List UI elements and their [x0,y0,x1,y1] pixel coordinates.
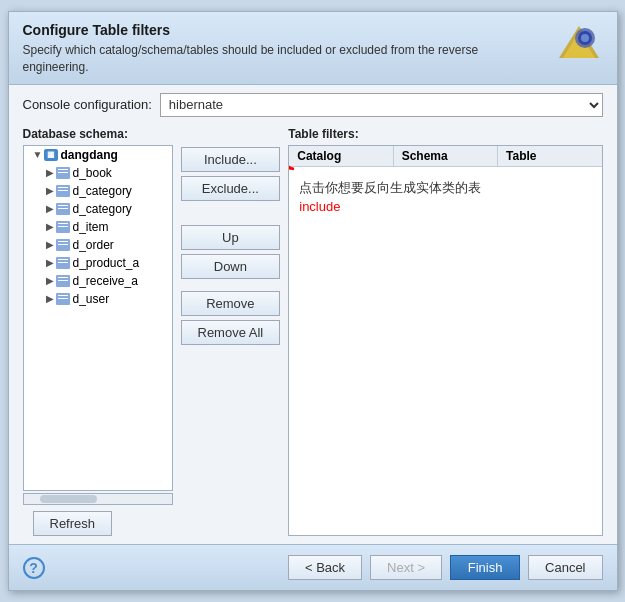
tree-item[interactable]: ▶ d_book [24,164,172,182]
up-button[interactable]: Up [181,225,281,250]
tree-scrollbar[interactable] [23,493,173,505]
remove-button[interactable]: Remove [181,291,281,316]
database-schema-label: Database schema: [23,127,173,141]
schema-col-header: Schema [394,146,498,166]
svg-point-4 [581,34,589,42]
configure-table-filters-dialog: Configure Table filters Specify which ca… [8,11,618,591]
middle-buttons: Include... Exclude... Up Down Remove Rem… [181,127,281,536]
tree-expand-6[interactable]: ▶ [44,257,56,268]
header-text: Configure Table filters Specify which ca… [23,22,503,76]
finish-button[interactable]: Finish [450,555,520,580]
tree-item[interactable]: ▶ d_receive_a [24,272,172,290]
right-panel: Table filters: Catalog Schema Table [288,127,602,536]
tree-expand-3[interactable]: ▶ [44,203,56,214]
dialog-icon [555,22,603,70]
tree-expand-root[interactable]: ▼ [32,149,44,160]
tree-expand-4[interactable]: ▶ [44,221,56,232]
table-icon-3 [56,203,70,215]
left-panel: Database schema: ▼ ▦ dangdang ▶ d_book [23,127,173,536]
tree-item-label-1: d_book [73,166,112,180]
dialog-body: Console configuration: hibernate Databas… [9,85,617,544]
content-area: Database schema: ▼ ▦ dangdang ▶ d_book [23,127,603,536]
tree-item[interactable]: ▶ d_item [24,218,172,236]
refresh-button[interactable]: Refresh [33,511,113,536]
tree-item-label-2: d_category [73,184,132,198]
catalog-col-header: Catalog [289,146,393,166]
scrollbar-thumb [40,495,98,503]
table-filters-label: Table filters: [288,127,602,141]
table-icon-8 [56,293,70,305]
dialog-title: Configure Table filters [23,22,503,38]
tree-expand-2[interactable]: ▶ [44,185,56,196]
table-icon-5 [56,239,70,251]
console-config-select[interactable]: hibernate [160,93,603,117]
tree-root[interactable]: ▼ ▦ dangdang [24,146,172,164]
table-icon-6 [56,257,70,269]
table-icon-2 [56,185,70,197]
config-row: Console configuration: hibernate [23,93,603,117]
next-button[interactable]: Next > [370,555,442,580]
footer-left: ? [23,557,45,579]
table-icon-4 [56,221,70,233]
annotation-sub: include [299,199,340,214]
config-label: Console configuration: [23,97,152,112]
help-icon[interactable]: ? [23,557,45,579]
exclude-button[interactable]: Exclude... [181,176,281,201]
filter-table: Catalog Schema Table [288,145,602,536]
tree-item[interactable]: ▶ d_user [24,290,172,308]
include-button[interactable]: Include... [181,147,281,172]
annotation-text: 点击你想要反向生成实体类的表 [299,179,481,197]
filter-table-body: 点击你想要反向生成实体类的表 include [289,167,601,535]
table-col-header: Table [498,146,601,166]
tree-item[interactable]: ▶ d_order [24,236,172,254]
footer-buttons: < Back Next > Finish Cancel [288,555,603,580]
tree-item-label-5: d_order [73,238,114,252]
dialog-description: Specify which catalog/schema/tables shou… [23,42,503,76]
tree-item-label-8: d_user [73,292,110,306]
tree-expand-5[interactable]: ▶ [44,239,56,250]
tree-expand-7[interactable]: ▶ [44,275,56,286]
tree-item[interactable]: ▶ d_category [24,200,172,218]
tree-root-label: dangdang [61,148,118,162]
tree-item-label-7: d_receive_a [73,274,138,288]
back-button[interactable]: < Back [288,555,362,580]
db-icon: ▦ [44,149,58,161]
remove-all-button[interactable]: Remove All [181,320,281,345]
tree-item-label-6: d_product_a [73,256,140,270]
down-button[interactable]: Down [181,254,281,279]
tree-item[interactable]: ▶ d_product_a [24,254,172,272]
dialog-footer: ? < Back Next > Finish Cancel [9,544,617,590]
table-icon-1 [56,167,70,179]
tree-item-label-4: d_item [73,220,109,234]
schema-tree[interactable]: ▼ ▦ dangdang ▶ d_book ▶ d_category [23,145,173,491]
tree-expand-1[interactable]: ▶ [44,167,56,178]
table-icon-7 [56,275,70,287]
filter-table-header: Catalog Schema Table [289,146,601,167]
dialog-header: Configure Table filters Specify which ca… [9,12,617,85]
tree-item[interactable]: ▶ d_category [24,182,172,200]
tree-expand-8[interactable]: ▶ [44,293,56,304]
cancel-button[interactable]: Cancel [528,555,602,580]
tree-item-label-3: d_category [73,202,132,216]
